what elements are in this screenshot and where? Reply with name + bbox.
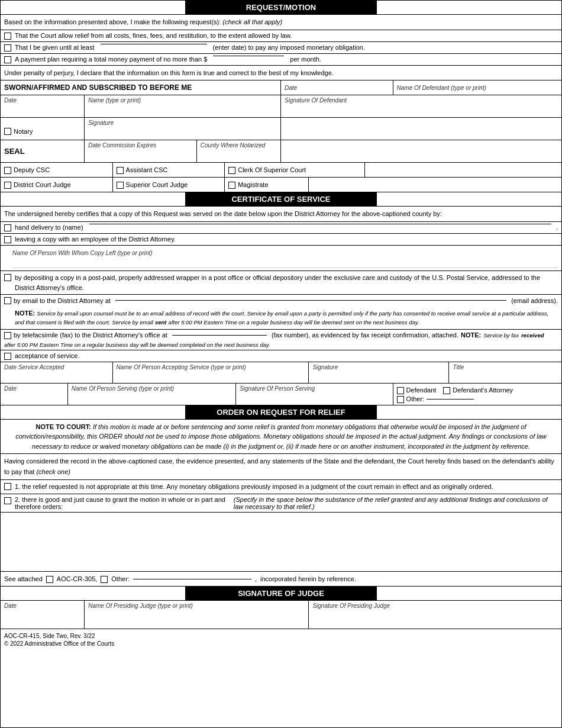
assistant-csc-label: Assistant CSC (126, 166, 168, 173)
defendants-attorney-checkbox[interactable] (443, 387, 450, 394)
cert-right-empty (376, 192, 561, 206)
superior-judge-label: Superior Court Judge (126, 181, 188, 188)
cert-intro-text: The undersigned hereby certifies that a … (4, 210, 442, 217)
signature-service-cell: Signature (309, 362, 449, 383)
option2-suffix: (enter date) to pay any imposed monetary… (213, 44, 365, 51)
order-option2-prefix: 2. there is good and just cause to grant… (15, 496, 228, 510)
order-option2-checkbox[interactable] (4, 497, 11, 504)
clerk-superior-cell: Clerk Of Superior Court (225, 163, 365, 177)
sworn-defendant-sig-cell: Signature Of Defendant (281, 95, 561, 117)
deputy-csc-checkbox[interactable] (4, 167, 11, 174)
intro-text: Based on the information presented above… (4, 18, 221, 25)
serving-row: Date Name Of Person Serving (type or pri… (1, 384, 561, 405)
officials-row1: Deputy CSC Assistant CSC Clerk Of Superi… (1, 163, 561, 178)
acceptance-checkbox[interactable] (4, 353, 11, 360)
request-motion-title: REQUEST/MOTION (186, 1, 376, 14)
order-right-empty (376, 405, 561, 419)
see-attached-block: See attached AOC-CR-305, Other: , incorp… (1, 572, 561, 587)
option2-checkbox[interactable] (4, 44, 11, 51)
assistant-csc-checkbox[interactable] (117, 167, 124, 174)
judge-name-label: Name Of Presiding Judge (type or print) (88, 603, 193, 609)
name-serving-label: Name Of Person Serving (type or print) (72, 385, 174, 392)
check-one-text: (check one) (36, 468, 70, 475)
clerk-superior-label: Clerk Of Superior Court (238, 166, 306, 173)
request-option2-line: That I be given until at least (enter da… (1, 42, 561, 54)
sworn-defendant-name-label: Name Of Defendant (type or print) (397, 85, 486, 91)
notary-checkbox[interactable] (4, 128, 11, 135)
option1-text: That the Court allow relief from all cos… (15, 32, 292, 39)
fax-note-label: NOTE: (461, 331, 481, 339)
district-judge-cell: District Court Judge (1, 178, 113, 192)
superior-judge-checkbox[interactable] (117, 182, 124, 189)
sworn-name-label: Name (type or print) (88, 97, 141, 104)
officials-right-empty2 (309, 178, 561, 192)
judge-sig-label: Signature Of Presiding Judge (312, 603, 390, 609)
assistant-csc-cell: Assistant CSC (113, 163, 225, 177)
county-notarized-cell: County Where Notarized (197, 140, 281, 162)
sig-judge-right-empty (376, 587, 561, 600)
cert-left-empty (1, 192, 186, 206)
email-suffix: (email address). (511, 297, 558, 304)
having-considered-text: Having considered the record in the abov… (4, 458, 554, 475)
judge-date-cell: Date (1, 601, 85, 629)
other-blank (427, 399, 474, 400)
date-service-cell: Date Service Accepted (1, 362, 113, 383)
sworn-date-label: Date (285, 85, 297, 91)
request-option3-line: A payment plan requiring a total money p… (1, 54, 561, 66)
email-note-label: NOTE: (15, 310, 35, 317)
fax-note-text2: after 5:00 PM Eastern Time on a regular … (4, 342, 270, 348)
leaving-copy-checkbox[interactable] (4, 236, 11, 243)
magistrate-cell: Magistrate (225, 178, 309, 192)
clerk-superior-checkbox[interactable] (228, 167, 235, 174)
judge-row: Date Name Of Presiding Judge (type or pr… (1, 601, 561, 629)
judge-date-label: Date (4, 603, 17, 609)
seal-right-empty (281, 140, 561, 162)
service-accepted-row: Date Service Accepted Name Of Person Acc… (1, 362, 561, 384)
name-accepting-cell: Name Of Person Accepting Service (type o… (113, 362, 309, 383)
fax-prefix: by telefacsimile (fax) to the District A… (14, 331, 167, 339)
title-service-cell: Title (449, 362, 561, 383)
depositing-checkbox[interactable] (4, 274, 11, 281)
certificate-intro: The undersigned hereby certifies that a … (1, 207, 561, 222)
option1-checkbox[interactable] (4, 33, 11, 40)
sworn-defendant-sig-label: Signature Of Defendant (285, 97, 347, 104)
name-copy-left-block: Name Of Person With Whom Copy Left (type… (1, 246, 561, 272)
name-accepting-label: Name Of Person Accepting Service (type o… (117, 364, 246, 371)
intro-italic: (check all that apply) (222, 18, 282, 25)
fax-line: by telefacsimile (fax) to the District A… (1, 330, 561, 350)
order-header: ORDER ON REQUEST FOR RELIEF (1, 405, 561, 420)
other-checkbox[interactable] (397, 396, 404, 403)
notary-row: Notary Signature (1, 118, 561, 140)
depositing-line: by depositing a copy in a post-paid, pro… (1, 271, 561, 295)
officials-row2: District Court Judge Superior Court Judg… (1, 178, 561, 192)
signature-label: Signature (88, 120, 114, 126)
depositing-text: by depositing a copy in a post-paid, pro… (15, 273, 558, 292)
hand-delivery-checkbox[interactable] (4, 224, 11, 231)
option3-checkbox[interactable] (4, 56, 11, 63)
aoc-checkbox[interactable] (46, 576, 53, 583)
leaving-copy-line: leaving a copy with an employee of the D… (1, 234, 561, 246)
seal-row: SEAL Date Commission Expires County Wher… (1, 140, 561, 163)
district-judge-checkbox[interactable] (4, 182, 11, 189)
certificate-header: CERTIFICATE OF SERVICE (1, 192, 561, 207)
deputy-csc-cell: Deputy CSC (1, 163, 113, 177)
option3-blank (213, 56, 284, 56)
fax-checkbox[interactable] (4, 332, 11, 339)
county-notarized-label: County Where Notarized (201, 142, 266, 149)
order-option1-text: 1. the relief requested is not appropria… (15, 482, 493, 492)
hand-delivery-text: hand delivery to (name) (15, 224, 83, 231)
seal-cell: SEAL (1, 140, 85, 162)
other-order-checkbox[interactable] (101, 576, 108, 583)
defendant-checkbox[interactable] (397, 387, 404, 394)
header-left-empty (1, 1, 186, 14)
notary-cell: Notary (1, 118, 85, 140)
option2-blank (101, 44, 207, 44)
request-intro: Based on the information presented above… (1, 15, 561, 30)
magistrate-checkbox[interactable] (228, 182, 235, 189)
incorporated-text: incorporated herein by reference. (260, 574, 356, 584)
email-blank (115, 300, 506, 301)
date3-label: Date (4, 385, 17, 392)
date-commission-label: Date Commission Expires (88, 142, 156, 149)
email-checkbox[interactable] (4, 297, 11, 304)
order-option1-checkbox[interactable] (4, 483, 11, 490)
